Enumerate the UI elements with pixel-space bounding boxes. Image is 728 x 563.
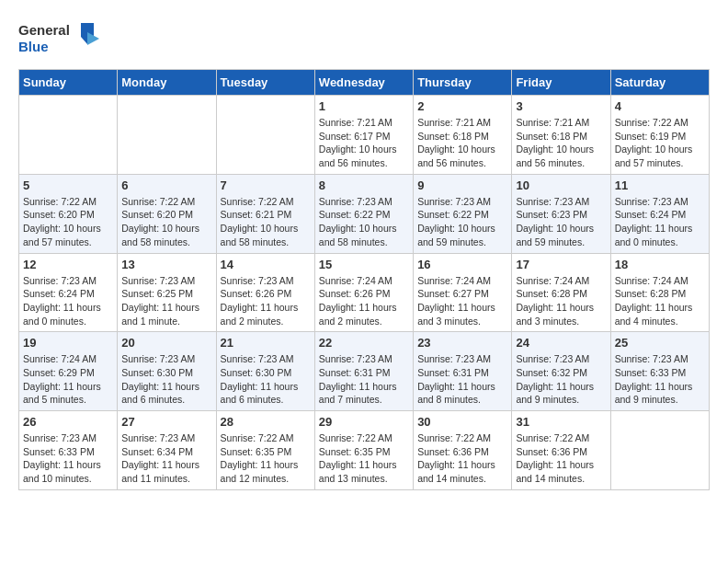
day-info: Sunrise: 7:23 AMSunset: 6:31 PMDaylight:… — [319, 352, 409, 407]
day-info: Sunrise: 7:23 AMSunset: 6:30 PMDaylight:… — [121, 352, 211, 407]
calendar-cell — [19, 96, 118, 175]
day-number: 15 — [319, 258, 409, 271]
calendar-week-row: 12Sunrise: 7:23 AMSunset: 6:24 PMDayligh… — [19, 253, 710, 332]
calendar-cell: 9Sunrise: 7:23 AMSunset: 6:22 PMDaylight… — [414, 174, 512, 253]
day-number: 28 — [221, 415, 311, 429]
day-info: Sunrise: 7:23 AMSunset: 6:31 PMDaylight:… — [417, 352, 507, 407]
day-info: Sunrise: 7:23 AMSunset: 6:33 PMDaylight:… — [615, 352, 705, 407]
calendar-week-row: 5Sunrise: 7:22 AMSunset: 6:20 PMDaylight… — [19, 174, 710, 253]
calendar-week-row: 26Sunrise: 7:23 AMSunset: 6:33 PMDayligh… — [19, 411, 710, 490]
day-info: Sunrise: 7:24 AMSunset: 6:28 PMDaylight:… — [516, 274, 606, 328]
calendar-week-row: 19Sunrise: 7:24 AMSunset: 6:29 PMDayligh… — [19, 332, 710, 411]
calendar-cell: 12Sunrise: 7:23 AMSunset: 6:24 PMDayligh… — [19, 253, 118, 332]
day-info: Sunrise: 7:23 AMSunset: 6:34 PMDaylight:… — [121, 431, 211, 486]
day-number: 27 — [121, 415, 211, 429]
day-info: Sunrise: 7:23 AMSunset: 6:24 PMDaylight:… — [615, 195, 705, 249]
day-of-week-header: Thursday — [414, 70, 512, 96]
calendar-cell: 6Sunrise: 7:22 AMSunset: 6:20 PMDaylight… — [118, 174, 216, 253]
day-info: Sunrise: 7:23 AMSunset: 6:24 PMDaylight:… — [23, 274, 113, 328]
day-number: 18 — [615, 258, 705, 271]
calendar-cell: 17Sunrise: 7:24 AMSunset: 6:28 PMDayligh… — [512, 253, 610, 332]
day-number: 23 — [417, 336, 507, 350]
day-number: 5 — [23, 178, 113, 192]
calendar-cell: 26Sunrise: 7:23 AMSunset: 6:33 PMDayligh… — [19, 411, 118, 490]
calendar-cell: 16Sunrise: 7:24 AMSunset: 6:27 PMDayligh… — [414, 253, 512, 332]
day-info: Sunrise: 7:24 AMSunset: 6:26 PMDaylight:… — [319, 274, 409, 328]
calendar-cell — [216, 96, 314, 175]
day-number: 31 — [516, 415, 606, 429]
calendar-cell: 20Sunrise: 7:23 AMSunset: 6:30 PMDayligh… — [118, 332, 216, 411]
day-info: Sunrise: 7:23 AMSunset: 6:33 PMDaylight:… — [23, 431, 113, 486]
calendar-cell: 3Sunrise: 7:21 AMSunset: 6:18 PMDaylight… — [512, 96, 610, 175]
calendar-cell: 30Sunrise: 7:22 AMSunset: 6:36 PMDayligh… — [414, 411, 512, 490]
day-info: Sunrise: 7:22 AMSunset: 6:20 PMDaylight:… — [23, 195, 113, 249]
day-info: Sunrise: 7:24 AMSunset: 6:27 PMDaylight:… — [417, 274, 507, 328]
day-info: Sunrise: 7:24 AMSunset: 6:29 PMDaylight:… — [23, 352, 113, 407]
calendar-cell: 19Sunrise: 7:24 AMSunset: 6:29 PMDayligh… — [19, 332, 118, 411]
calendar-cell: 31Sunrise: 7:22 AMSunset: 6:36 PMDayligh… — [512, 411, 610, 490]
day-info: Sunrise: 7:22 AMSunset: 6:21 PMDaylight:… — [221, 195, 311, 249]
calendar-header-row: SundayMondayTuesdayWednesdayThursdayFrid… — [19, 70, 710, 96]
day-info: Sunrise: 7:22 AMSunset: 6:20 PMDaylight:… — [121, 195, 211, 249]
day-number: 16 — [417, 258, 507, 271]
logo: General Blue — [18, 18, 101, 60]
svg-text:General: General — [18, 22, 70, 38]
day-number: 13 — [121, 258, 211, 271]
day-number: 20 — [121, 336, 211, 350]
day-info: Sunrise: 7:22 AMSunset: 6:35 PMDaylight:… — [221, 431, 311, 486]
day-number: 11 — [615, 178, 705, 192]
day-info: Sunrise: 7:22 AMSunset: 6:36 PMDaylight:… — [417, 431, 507, 486]
day-number: 8 — [319, 178, 409, 192]
day-number: 10 — [516, 178, 606, 192]
day-of-week-header: Friday — [512, 70, 610, 96]
day-number: 4 — [615, 99, 705, 113]
day-info: Sunrise: 7:21 AMSunset: 6:17 PMDaylight:… — [319, 116, 409, 170]
day-of-week-header: Tuesday — [216, 70, 314, 96]
day-number: 2 — [417, 99, 507, 113]
day-of-week-header: Wednesday — [314, 70, 413, 96]
calendar-cell: 24Sunrise: 7:23 AMSunset: 6:32 PMDayligh… — [512, 332, 610, 411]
day-number: 19 — [23, 336, 113, 350]
calendar-cell: 8Sunrise: 7:23 AMSunset: 6:22 PMDaylight… — [314, 174, 413, 253]
day-info: Sunrise: 7:23 AMSunset: 6:30 PMDaylight:… — [221, 352, 311, 407]
calendar-cell: 22Sunrise: 7:23 AMSunset: 6:31 PMDayligh… — [314, 332, 413, 411]
day-info: Sunrise: 7:23 AMSunset: 6:22 PMDaylight:… — [319, 195, 409, 249]
day-info: Sunrise: 7:21 AMSunset: 6:18 PMDaylight:… — [516, 116, 606, 170]
page-header: General Blue — [18, 18, 710, 60]
day-info: Sunrise: 7:23 AMSunset: 6:23 PMDaylight:… — [516, 195, 606, 249]
day-number: 1 — [319, 99, 409, 113]
calendar-cell — [118, 96, 216, 175]
day-number: 30 — [417, 415, 507, 429]
calendar-cell: 25Sunrise: 7:23 AMSunset: 6:33 PMDayligh… — [610, 332, 709, 411]
calendar-cell — [610, 411, 709, 490]
day-number: 26 — [23, 415, 113, 429]
day-of-week-header: Saturday — [610, 70, 709, 96]
day-info: Sunrise: 7:22 AMSunset: 6:35 PMDaylight:… — [319, 431, 409, 486]
day-of-week-header: Sunday — [19, 70, 118, 96]
calendar-cell: 21Sunrise: 7:23 AMSunset: 6:30 PMDayligh… — [216, 332, 314, 411]
day-info: Sunrise: 7:23 AMSunset: 6:22 PMDaylight:… — [417, 195, 507, 249]
calendar-cell: 10Sunrise: 7:23 AMSunset: 6:23 PMDayligh… — [512, 174, 610, 253]
calendar-cell: 7Sunrise: 7:22 AMSunset: 6:21 PMDaylight… — [216, 174, 314, 253]
calendar-cell: 11Sunrise: 7:23 AMSunset: 6:24 PMDayligh… — [610, 174, 709, 253]
calendar-cell: 14Sunrise: 7:23 AMSunset: 6:26 PMDayligh… — [216, 253, 314, 332]
day-info: Sunrise: 7:24 AMSunset: 6:28 PMDaylight:… — [615, 274, 705, 328]
calendar-cell: 2Sunrise: 7:21 AMSunset: 6:18 PMDaylight… — [414, 96, 512, 175]
calendar-cell: 13Sunrise: 7:23 AMSunset: 6:25 PMDayligh… — [118, 253, 216, 332]
day-number: 25 — [615, 336, 705, 350]
day-number: 22 — [319, 336, 409, 350]
day-info: Sunrise: 7:23 AMSunset: 6:25 PMDaylight:… — [121, 274, 211, 328]
day-number: 7 — [221, 178, 311, 192]
day-number: 21 — [221, 336, 311, 350]
calendar-cell: 27Sunrise: 7:23 AMSunset: 6:34 PMDayligh… — [118, 411, 216, 490]
day-info: Sunrise: 7:21 AMSunset: 6:18 PMDaylight:… — [417, 116, 507, 170]
day-number: 6 — [121, 178, 211, 192]
day-info: Sunrise: 7:22 AMSunset: 6:19 PMDaylight:… — [615, 116, 705, 170]
calendar-cell: 18Sunrise: 7:24 AMSunset: 6:28 PMDayligh… — [610, 253, 709, 332]
day-info: Sunrise: 7:23 AMSunset: 6:32 PMDaylight:… — [516, 352, 606, 407]
calendar-cell: 23Sunrise: 7:23 AMSunset: 6:31 PMDayligh… — [414, 332, 512, 411]
day-number: 9 — [417, 178, 507, 192]
calendar-cell: 5Sunrise: 7:22 AMSunset: 6:20 PMDaylight… — [19, 174, 118, 253]
calendar-cell: 1Sunrise: 7:21 AMSunset: 6:17 PMDaylight… — [314, 96, 413, 175]
day-info: Sunrise: 7:22 AMSunset: 6:36 PMDaylight:… — [516, 431, 606, 486]
